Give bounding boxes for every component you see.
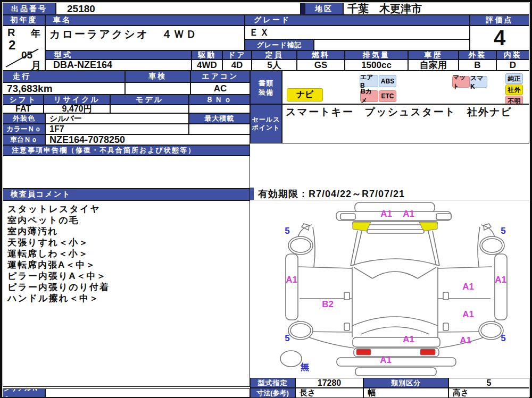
diagram-label: A1 — [380, 209, 392, 219]
type-designation-value: 17280 — [295, 378, 363, 388]
sales-point-label-line2: ポイント — [252, 124, 280, 132]
diagram-label: A1 — [460, 335, 471, 345]
displacement-header: 排気量 — [345, 50, 408, 60]
door-handle-front-left — [344, 292, 350, 300]
diagram-label: A1 — [462, 309, 474, 319]
equipment-badge: 純正 — [505, 73, 523, 84]
drive-header: 駆動 — [192, 50, 222, 60]
comment-line: スタットレスタイヤ — [7, 204, 250, 215]
chassis-no-header: 車台Ｎｏ — [3, 134, 45, 145]
comment-line: 運転席しわ＜小＞ — [7, 248, 250, 259]
serial-no-header: シリアルＮｏ — [3, 388, 45, 397]
diagram-label: B2 — [322, 299, 334, 309]
inspector-comments-header: 検査員コメント — [3, 189, 250, 200]
inspection-value — [125, 82, 190, 95]
comment-line: 室内薄汚れ — [7, 226, 250, 237]
windshield-diagonals — [354, 267, 436, 278]
comment-line: 天張りすれ＜小＞ — [7, 237, 250, 248]
color-header: 外装色 — [3, 113, 45, 124]
grade-value: ＥＸ — [245, 26, 470, 39]
score-header: 評価点 — [470, 15, 529, 26]
type-designation-header: 型式指定 — [250, 378, 295, 388]
capacity-header: 定員 — [252, 50, 297, 60]
door-handle-front-right — [443, 292, 448, 300]
aircon-value: AC — [190, 82, 250, 95]
fuel-header: 燃料 — [297, 50, 345, 60]
first-year-cell: R 年 2 05 月 — [3, 26, 45, 71]
auction-sheet: 出品番号 25180 地区 千葉 木更津市 初年度 車名 グレード 評価点 R … — [0, 0, 532, 398]
wheel-rear-right — [479, 321, 503, 340]
diagram-label: 5 — [501, 333, 505, 343]
rear-glass-inner-arc — [361, 327, 429, 334]
diagram-label: A1 — [462, 282, 474, 292]
sales-point-text: スマートキー プッシュスタート 社外ナビ — [282, 104, 529, 143]
district-value: 千葉 木更津市 — [343, 3, 529, 15]
rocker-rail-left — [286, 254, 298, 320]
mileage-value: 73,683km — [3, 82, 125, 95]
era-letter: R — [7, 27, 15, 39]
class-division-value: 5 — [448, 378, 529, 388]
damage-diagram-area: A1A155A1A1A1B2A155A1A1A1無 — [253, 200, 529, 378]
headlight-left — [340, 214, 355, 219]
diagram-label: A1 — [286, 275, 297, 285]
equipment-badge: エアB — [360, 75, 378, 87]
notes-declaration-area — [3, 156, 250, 189]
length-label: 長さ — [295, 388, 363, 398]
history-header: 車歴 — [408, 50, 459, 60]
spare-tire — [280, 351, 302, 367]
inspection-header: 車検 — [125, 71, 190, 82]
comment-line: ピラー内張りA＜中＞ — [7, 270, 250, 282]
max-load-header: 最大積載 — [189, 113, 250, 124]
recycle-header: リサイクル — [44, 95, 110, 105]
history-value: 自家用 — [408, 60, 459, 71]
hood-line-right — [428, 231, 436, 266]
comment-line: ハンドル擦れ＜中＞ — [7, 293, 250, 304]
body-side-left — [313, 227, 315, 267]
chassis-no-value: NZE164-7078250 — [45, 134, 250, 145]
eight-no-header: ８Ｎｏ — [189, 95, 250, 105]
interior-value: D — [496, 60, 529, 71]
windshield-outer-arc — [351, 259, 439, 266]
comment-line: 室内ペットの毛 — [7, 215, 250, 226]
diagram-label: 5 — [501, 226, 505, 236]
color-no-header: カラーＮｏ — [3, 124, 45, 134]
first-month-suffix: 月 — [31, 59, 41, 71]
diagram-label: A1 — [403, 209, 414, 219]
grade-note-label: グレード補記 — [245, 39, 314, 50]
interior-header: 内装 — [496, 50, 529, 60]
equipment-badges-area: ナビエアBABSBカメETCマットスマK純正社外不明 — [282, 71, 529, 104]
diagram-label: 無 — [300, 362, 310, 372]
equipment-label-line2: 装備 — [259, 88, 273, 97]
drive-value: 4WD — [192, 60, 222, 71]
headlight-right — [436, 214, 451, 219]
aircon-header: エアコン — [190, 71, 250, 82]
model-year-header: モデル — [110, 95, 189, 105]
shift-value: FAT — [3, 105, 44, 113]
wheel-rear-left — [288, 321, 313, 340]
windshield-inner-arc — [372, 272, 418, 278]
door-handle-rear-right — [443, 323, 448, 331]
comment-line: ピラー内張りのり付着 — [7, 282, 250, 293]
max-load-value — [189, 124, 250, 134]
diagram-label: 5 — [285, 226, 289, 236]
first-year-value: 2 — [9, 38, 15, 53]
equipment-label-line1: 書類 — [259, 79, 273, 88]
eight-no-value — [189, 105, 250, 113]
comment-line: 運転席内張A＜中＞ — [7, 259, 250, 270]
hood-strip — [367, 230, 424, 233]
damage-mark-red — [356, 349, 371, 355]
serial-no-value — [45, 388, 250, 397]
car-damage-diagram: A1A155A1A1A1B2A155A1A1A1無 — [253, 200, 529, 378]
sales-point-label-line1: セールス — [252, 116, 280, 124]
front-glass-strip — [355, 202, 435, 213]
door-handle-rear-left — [344, 323, 350, 331]
model-year-value — [110, 105, 189, 113]
grade-header: グレード — [245, 15, 470, 26]
damage-mark-red — [420, 349, 435, 355]
district-label: 地区 — [305, 3, 343, 15]
equipment-badge: 社外 — [505, 84, 523, 95]
rear-glass-outer-arc — [352, 317, 438, 326]
car-name-header: 車名 — [45, 15, 245, 26]
equipment-badge: Bカメ — [360, 90, 378, 102]
trunk-deck — [353, 337, 440, 347]
